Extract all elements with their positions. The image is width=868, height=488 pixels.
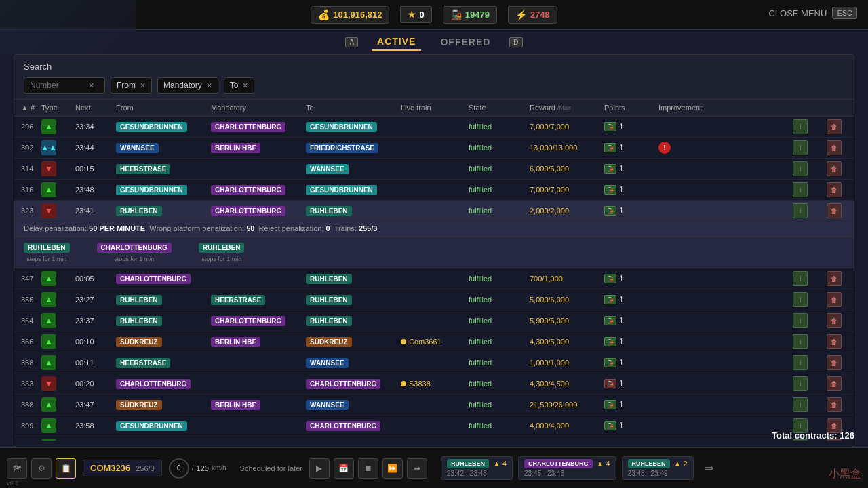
table-row-selected[interactable]: 323 ▼ 23:41 RUHLEBEN CHARLOTTENBURG RUHL… (14, 201, 854, 222)
row-action-info[interactable]: i (793, 271, 827, 286)
station-tag-3-name: RUHLEBEN (628, 459, 670, 468)
to-filter[interactable]: To ✕ (224, 77, 255, 94)
row-from: GESUNDBRUNNEN (116, 122, 211, 132)
red-currency-value: 2748 (530, 9, 550, 20)
row-from: RUHLEBEN (116, 295, 211, 305)
row-action-del[interactable]: 🗑 (827, 355, 847, 370)
stop-button[interactable]: ⏹ (358, 458, 378, 479)
row-reward: 5,000/6,000 (530, 295, 604, 304)
row-reward: 6,000/6,000 (530, 164, 604, 174)
number-clear-icon[interactable]: ✕ (88, 81, 94, 90)
mandatory-clear-icon[interactable]: ✕ (206, 81, 212, 90)
row-action-info[interactable]: i (793, 182, 827, 197)
row-action-del[interactable]: 🗑 (827, 119, 847, 134)
row-action-info[interactable]: i (793, 355, 827, 370)
play-button[interactable]: ▶ (309, 458, 330, 479)
table-row[interactable]: 383 ▼ 00:20 CHARLOTTENBURG CHARLOTTENBUR… (14, 373, 854, 394)
row-action-info[interactable]: i (793, 203, 827, 218)
row-action-del[interactable]: 🗑 (827, 182, 847, 197)
row-mandatory: CHARLOTTENBURG (211, 185, 306, 195)
tab-active[interactable]: ACTIVE (372, 33, 421, 51)
tab-offered[interactable]: OFFERED (435, 34, 496, 50)
th-reward[interactable]: Reward/Max (530, 104, 604, 112)
row-action-del[interactable]: 🗑 (827, 292, 847, 307)
table-row[interactable]: 366 ▲ 00:10 SÜDKREUZ BERLIN HBF SÜDKREUZ… (14, 331, 854, 352)
row-action-info[interactable]: i (793, 161, 827, 176)
total-contracts-value: 126 (840, 430, 854, 441)
row-type: ▲ (41, 397, 75, 412)
to-clear-icon[interactable]: ✕ (242, 81, 248, 90)
row-from: RUHLEBEN (116, 316, 211, 326)
contracts-button[interactable]: 📋 (56, 458, 76, 479)
row-to: FRIEDRICHSTRASE (306, 143, 401, 153)
row-action-info[interactable]: i (793, 376, 827, 391)
calendar-button[interactable]: 📅 (334, 458, 354, 479)
total-contracts: Total contracts: 126 (772, 430, 854, 441)
row-reward: 21,500/26,000 (530, 400, 604, 409)
from-filter[interactable]: From ✕ (111, 77, 152, 94)
table-row[interactable]: 347 ▲ 00:05 CHARLOTTENBURG RUHLEBEN fulf… (14, 268, 854, 289)
th-hash[interactable]: ▲# (21, 104, 41, 112)
speed-display: 0 / 120 km/h (169, 458, 226, 479)
from-clear-icon[interactable]: ✕ (140, 81, 146, 90)
row-id: 368 (21, 359, 41, 367)
row-next: 23:44 (75, 144, 116, 152)
row-points: 🚂1 (604, 400, 658, 409)
th-type[interactable]: Type (41, 104, 75, 112)
train-count: 256/3 (136, 464, 155, 472)
station-route-tags: RUHLEBEN ▲ 4 23:42 - 23:43 CHARLOTTENBUR… (441, 456, 719, 480)
bottom-bar: 🗺 ⚙ 📋 COM3236 256/3 0 / 120 km/h Schedul… (0, 447, 868, 488)
row-improvement: ! (658, 142, 793, 154)
table-row[interactable]: 314 ▼ 00:15 HEERSTRASE WANNSEE fulfilled… (14, 159, 854, 180)
row-state: fulfilled (469, 400, 530, 409)
row-action-info[interactable]: i (793, 334, 827, 349)
station-tag-3-count: ▲ 2 (674, 460, 688, 468)
th-mandatory[interactable]: Mandatory (211, 104, 306, 112)
row-id: 314 (21, 165, 41, 173)
row-state: fulfilled (469, 358, 530, 367)
row-action-del[interactable]: 🗑 (827, 203, 847, 218)
row-action-del[interactable]: 🗑 (827, 271, 847, 286)
row-to: GESUNDBRUNNEN (306, 185, 401, 195)
row-from: SÜDKREUZ (116, 400, 211, 410)
th-to[interactable]: To (306, 104, 401, 112)
table-row[interactable]: 399 ▲ 23:58 GESUNDBRUNNEN CHARLOTTENBURG… (14, 415, 854, 436)
table-row[interactable]: 296 ▲ 23:34 GESUNDBRUNNEN CHARLOTTENBURG… (14, 117, 854, 138)
table-row[interactable]: 364 ▲ 23:37 RUHLEBEN CHARLOTTENBURG RUHL… (14, 310, 854, 331)
th-from[interactable]: From (116, 104, 211, 112)
row-action-del[interactable]: 🗑 (827, 140, 847, 155)
row-action-info[interactable]: i (793, 292, 827, 307)
row-type: ▲ (41, 292, 75, 307)
mandatory-filter[interactable]: Mandatory ✕ (157, 77, 218, 94)
contracts-table[interactable]: 296 ▲ 23:34 GESUNDBRUNNEN CHARLOTTENBURG… (14, 117, 854, 441)
close-menu-button[interactable]: CLOSE MENU ESC (768, 7, 857, 19)
number-filter[interactable]: ✕ (24, 77, 105, 94)
number-input[interactable] (30, 81, 84, 90)
arrow-button[interactable]: ➡ (407, 458, 427, 479)
row-mandatory: BERLIN HBF (211, 143, 306, 153)
row-action-del[interactable]: 🗑 (827, 313, 847, 328)
row-action-info[interactable]: i (793, 140, 827, 155)
row-action-del[interactable]: 🗑 (827, 397, 847, 412)
th-next[interactable]: Next (75, 104, 116, 112)
table-row[interactable]: 388 ▲ 23:47 SÜDKREUZ BERLIN HBF WANNSEE … (14, 394, 854, 415)
next-arrow[interactable]: ⇒ (699, 456, 719, 480)
row-action-del[interactable]: 🗑 (827, 161, 847, 176)
version-label: v9.2 (7, 480, 18, 487)
settings-button[interactable]: ⚙ (31, 458, 52, 479)
table-row[interactable]: 368 ▲ 00:11 HEERSTRASE WANNSEE fulfilled… (14, 352, 854, 373)
table-row[interactable]: 302 ▲▲ 23:44 WANNSEE BERLIN HBF FRIEDRIC… (14, 138, 854, 159)
table-row[interactable]: 316 ▲ 23:48 GESUNDBRUNNEN CHARLOTTENBURG… (14, 180, 854, 201)
row-points: 🚂1 (604, 122, 658, 131)
row-type: ▲▲ (41, 140, 75, 155)
map-view-button[interactable]: 🗺 (7, 458, 27, 479)
table-row[interactable]: 404 ▲ 23:55 FRIEDRICHSTRASE BERLIN HBF T… (14, 436, 854, 441)
green-currency-stat: 🚂 19479 (443, 6, 497, 24)
row-action-info[interactable]: i (793, 397, 827, 412)
table-row[interactable]: 356 ▲ 23:27 RUHLEBEN HEERSTRASE RUHLEBEN… (14, 289, 854, 310)
row-action-info[interactable]: i (793, 313, 827, 328)
row-action-del[interactable]: 🗑 (827, 334, 847, 349)
fast-forward-button[interactable]: ⏩ (382, 458, 403, 479)
row-action-info[interactable]: i (793, 119, 827, 134)
row-action-del[interactable]: 🗑 (827, 376, 847, 391)
